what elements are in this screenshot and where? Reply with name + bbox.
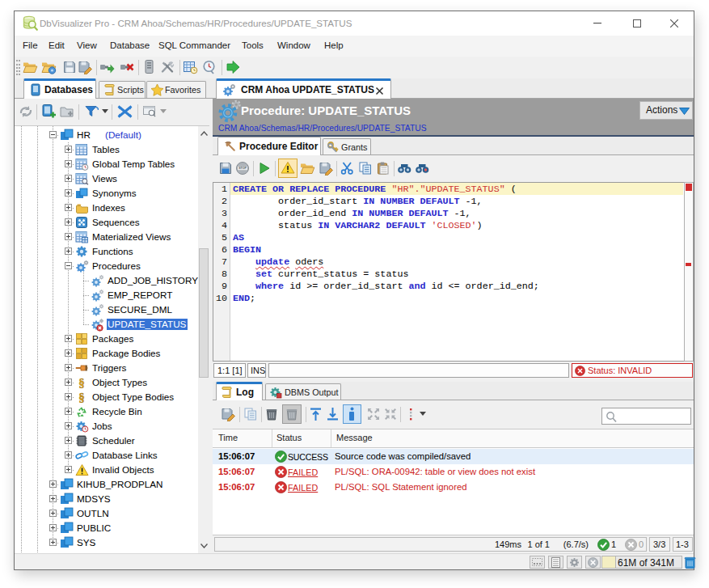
svg-text:§: § — [78, 391, 85, 404]
svg-text:STOP: STOP — [238, 167, 247, 170]
svg-text:§: § — [78, 376, 85, 389]
